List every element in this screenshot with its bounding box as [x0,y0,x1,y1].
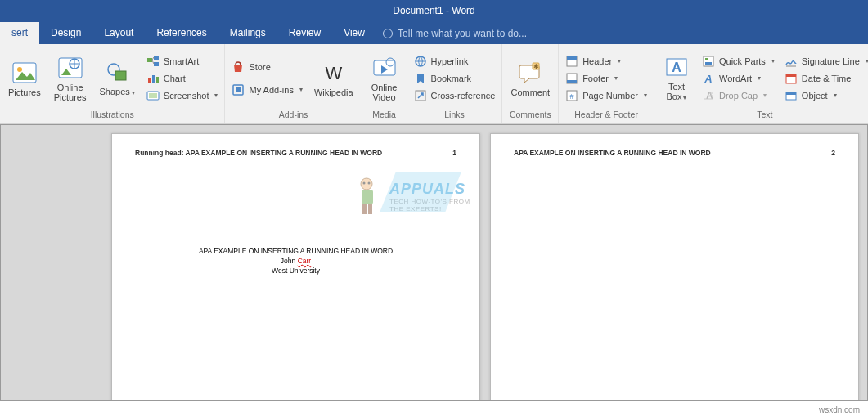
footer-icon [565,72,578,85]
cross-reference-button[interactable]: Cross-reference [412,88,497,103]
store-icon [232,60,245,74]
group-label-media: Media [367,109,402,122]
object-icon [785,89,798,102]
ribbon: Pictures Online Pictures Shapes▾ SmartAr… [0,44,868,124]
document-area[interactable]: Running head: APA EXAMPLE ON INSERTING A… [0,124,868,401]
screenshot-icon [146,89,160,102]
date-time-button[interactable]: Date & Time [783,71,868,86]
svg-point-47 [368,182,371,185]
pictures-button[interactable]: Pictures [5,58,44,99]
svg-text:✱: ✱ [533,62,539,69]
text-box-label: Text Box▾ [667,82,687,103]
object-button[interactable]: Object▾ [783,88,868,103]
shapes-button[interactable]: Shapes▾ [97,57,138,100]
svg-rect-15 [236,87,241,92]
chart-icon [146,72,160,85]
tab-review[interactable]: Review [277,22,332,44]
quick-parts-button[interactable]: Quick Parts▾ [700,54,776,69]
group-addins: Store My Add-ins▾ W Wikipedia Add-ins [225,44,362,123]
wikipedia-icon: W [321,60,347,86]
svg-rect-32 [704,56,713,66]
hyperlink-icon [414,55,427,68]
svg-rect-8 [154,62,159,66]
screenshot-button[interactable]: Screenshot▾ [145,88,220,103]
bookmark-button[interactable]: Bookmark [412,71,497,86]
online-video-icon [371,55,398,81]
page-number-1: 1 [452,149,456,157]
group-label-comments: Comments [507,109,553,122]
svg-point-1 [17,67,22,72]
svg-rect-10 [152,75,155,83]
svg-rect-11 [156,77,159,83]
my-addins-button[interactable]: My Add-ins▾ [230,83,304,97]
page-2[interactable]: APA EXAMPLE ON INSERTING A RUNNING HEAD … [490,133,859,401]
tab-view[interactable]: View [332,22,376,44]
hyperlink-button[interactable]: Hyperlink [412,54,497,69]
wikipedia-button[interactable]: W Wikipedia [311,58,357,99]
group-illustrations: Pictures Online Pictures Shapes▾ SmartAr… [0,44,225,123]
store-button[interactable]: Store [230,60,304,74]
watermark-accent-icon [380,172,461,217]
tell-me-search[interactable]: Tell me what you want to do... [376,28,527,39]
signature-line-button[interactable]: Signature Line▾ [783,54,868,69]
document-university: West University [135,266,456,275]
page-number-2: 2 [831,149,835,157]
group-media: Online Video Media [362,44,407,123]
page-number-button[interactable]: # Page Number▾ [564,88,649,103]
chart-button[interactable]: Chart [145,71,220,86]
online-video-button[interactable]: Online Video [367,53,402,104]
lightbulb-icon [383,29,393,38]
svg-rect-40 [786,92,796,95]
quick-parts-icon [702,55,715,68]
title-bar: Document1 - Word [0,0,868,22]
smartart-button[interactable]: SmartArt [145,54,220,69]
header-icon [565,55,578,68]
svg-rect-44 [362,204,367,214]
svg-rect-25 [567,56,577,60]
text-box-button[interactable]: A Text Box▾ [659,52,694,105]
ribbon-tabs: sert Design Layout References Mailings R… [0,22,868,44]
footer-button[interactable]: Footer▾ [564,71,649,86]
signature-line-icon [785,55,798,68]
svg-rect-34 [705,62,712,65]
svg-rect-7 [154,56,159,60]
tab-layout[interactable]: Layout [92,22,145,44]
bookmark-icon [414,72,427,85]
my-addins-icon [232,83,245,96]
svg-rect-43 [362,190,373,204]
comment-button[interactable]: ✱ Comment [507,58,553,99]
svg-rect-5 [115,71,126,80]
group-label-text: Text [659,109,868,122]
page-number-icon: # [565,89,578,102]
shapes-icon [104,59,130,85]
comment-label: Comment [510,87,550,97]
wordart-button[interactable]: A WordArt▾ [700,71,776,86]
tab-design[interactable]: Design [39,22,92,44]
svg-point-42 [361,178,372,190]
group-text: A Text Box▾ Quick Parts▾ A WordArt▾ A Dr… [654,44,868,123]
online-pictures-button[interactable]: Online Pictures [51,53,90,104]
header-button[interactable]: Header▾ [564,54,649,69]
drop-cap-button[interactable]: A Drop Cap▾ [700,88,776,103]
drop-cap-icon: A [702,89,715,102]
cross-reference-icon [414,89,427,102]
svg-text:W: W [325,63,342,83]
pictures-label: Pictures [8,87,41,97]
running-head-1: Running head: APA EXAMPLE ON INSERTING A… [135,149,456,157]
tab-insert[interactable]: sert [0,22,39,44]
svg-rect-27 [567,80,577,83]
online-pictures-icon [57,55,83,81]
document-title: APA EXAMPLE ON INSERTING A RUNNING HEAD … [135,247,456,255]
online-video-label: Online Video [371,83,398,102]
svg-text:A: A [704,73,712,85]
online-pictures-label: Online Pictures [54,83,87,102]
tab-mailings[interactable]: Mailings [218,22,277,44]
tell-me-placeholder: Tell me what you want to do... [398,28,527,39]
svg-marker-41 [380,172,461,212]
svg-point-46 [363,182,366,185]
attribution: wsxdn.com [819,405,860,414]
svg-text:#: # [570,92,574,101]
group-label-header-footer: Header & Footer [564,109,649,122]
tab-references[interactable]: References [145,22,218,44]
svg-rect-13 [149,93,157,98]
